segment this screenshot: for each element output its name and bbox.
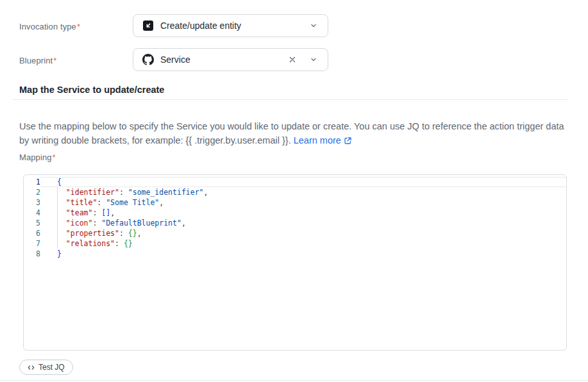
- bottom-divider: [0, 380, 588, 381]
- section-heading: Map the Service to update/create: [19, 85, 164, 95]
- code-content: "relations": {}: [40, 238, 566, 249]
- code-line: 7 "relations": {}: [24, 238, 566, 249]
- line-number: 8: [24, 249, 40, 259]
- indent-guide: [57, 187, 58, 249]
- learn-more-link[interactable]: Learn more: [294, 135, 352, 145]
- code-icon: [28, 364, 35, 371]
- line-number: 5: [24, 218, 40, 228]
- clear-selection-icon[interactable]: [287, 54, 298, 65]
- blueprint-select[interactable]: Service: [133, 48, 328, 71]
- line-number: 7: [24, 238, 40, 249]
- code-lines: 1{2 "identifier": "some_identifier",3 "t…: [24, 177, 566, 259]
- required-asterisk: *: [53, 153, 56, 162]
- code-line: 4 "team": [],: [24, 208, 566, 218]
- invocation-type-label: Invocation type*: [19, 22, 80, 31]
- line-number: 2: [24, 187, 40, 197]
- mapping-code-editor[interactable]: 1{2 "identifier": "some_identifier",3 "t…: [23, 174, 567, 351]
- code-line: 5 "icon": "DefaultBlueprint",: [24, 218, 566, 228]
- code-content: "team": [],: [40, 208, 566, 218]
- line-number: 3: [24, 197, 40, 208]
- line-number: 6: [24, 228, 40, 238]
- required-asterisk: *: [77, 22, 80, 31]
- code-content: "title": "Some Title",: [40, 197, 566, 208]
- invocation-type-value: Create/update entity: [160, 21, 302, 31]
- code-content: "icon": "DefaultBlueprint",: [40, 218, 566, 228]
- code-content: }: [40, 249, 566, 259]
- entity-icon: [142, 20, 154, 31]
- invocation-type-select[interactable]: Create/update entity: [133, 14, 328, 37]
- test-jq-label: Test JQ: [38, 363, 65, 372]
- mapping-description-text: Use the mapping below to specify the Ser…: [19, 121, 564, 145]
- line-number: 4: [24, 208, 40, 218]
- chevron-down-icon[interactable]: [308, 54, 319, 65]
- test-jq-button[interactable]: Test JQ: [19, 360, 73, 375]
- code-line: 2 "identifier": "some_identifier",: [24, 187, 566, 197]
- mapping-description: Use the mapping below to specify the Ser…: [19, 119, 564, 149]
- learn-more-label: Learn more: [294, 135, 341, 145]
- github-icon: [142, 54, 154, 65]
- code-line: 1{: [24, 177, 566, 187]
- code-line: 8}: [24, 249, 566, 259]
- section-divider: [13, 99, 568, 100]
- code-content: "properties": {},: [40, 228, 566, 238]
- mapping-label-text: Mapping: [19, 153, 52, 162]
- code-line: 3 "title": "Some Title",: [24, 197, 566, 208]
- code-content: {: [40, 177, 566, 187]
- line-number: 1: [24, 177, 40, 187]
- blueprint-label: Blueprint*: [19, 56, 56, 65]
- code-content: "identifier": "some_identifier",: [40, 187, 566, 197]
- blueprint-label-text: Blueprint: [19, 56, 53, 65]
- blueprint-value: Service: [160, 54, 280, 65]
- mapping-label: Mapping*: [19, 153, 56, 162]
- required-asterisk: *: [53, 56, 56, 65]
- chevron-down-icon[interactable]: [308, 21, 319, 31]
- invocation-type-label-text: Invocation type: [19, 22, 76, 31]
- external-link-icon: [344, 137, 352, 147]
- code-line: 6 "properties": {},: [24, 228, 566, 238]
